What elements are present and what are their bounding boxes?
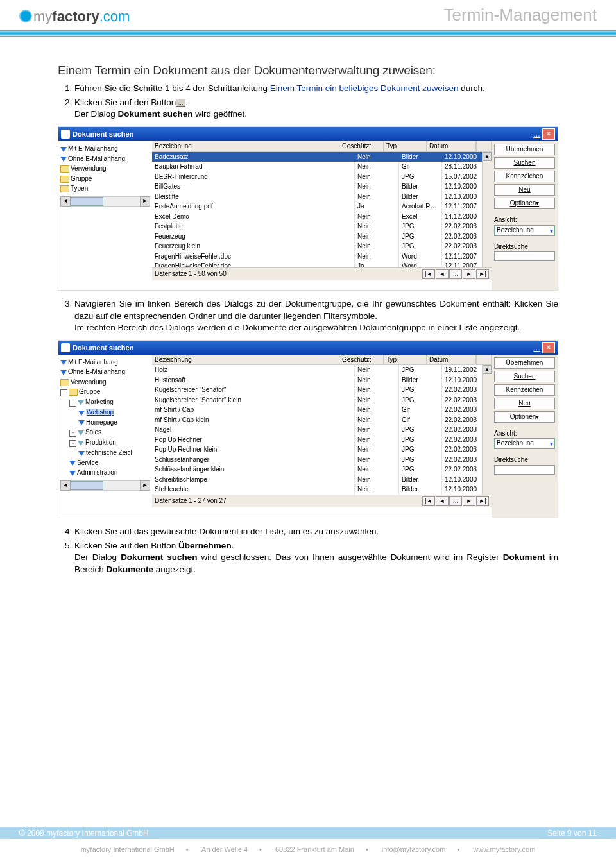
link-assign-any-document[interactable]: Einem Termin ein beliebiges Dokument zuw…: [270, 83, 459, 93]
tree-item[interactable]: -Produktion: [60, 437, 150, 448]
col-name[interactable]: Bezeichnung: [152, 141, 339, 151]
tree-item[interactable]: Homepage: [60, 418, 150, 428]
col-type[interactable]: Typ: [384, 141, 427, 151]
view-select[interactable]: Bezeichnung: [494, 225, 555, 236]
table-row[interactable]: TasseNeinJPG22.02.2003: [152, 495, 492, 495]
tree-item[interactable]: +Sales: [60, 427, 150, 437]
table-row[interactable]: Schlüsselanhänger kleinNeinJPG22.02.2003: [152, 464, 492, 475]
directsearch-input[interactable]: [494, 465, 555, 475]
table-row[interactable]: Pop Up Rechner kleinNeinJPG22.02.2003: [152, 445, 492, 455]
pager-last[interactable]: ►|: [476, 496, 489, 506]
tree-item[interactable]: Webshop: [60, 407, 150, 418]
search-button[interactable]: Suchen: [494, 371, 555, 382]
table-row[interactable]: Kugelschreiber "Senator" kleinNeinJPG22.…: [152, 395, 492, 405]
tree-item[interactable]: Gruppe: [60, 174, 150, 184]
table-row[interactable]: BESR-HintergrundNeinJPG15.07.2002: [152, 172, 492, 182]
table-row[interactable]: FragenHinweiseFehler.docJaWord12.11.2007: [152, 261, 492, 267]
pager-prev[interactable]: ◄: [436, 496, 449, 506]
table-row[interactable]: Feuerzeug kleinNeinJPG22.02.2003: [152, 241, 492, 251]
tree-panel: Mit E-MailanhangOhne E-MailanhangVerwend…: [58, 355, 152, 518]
search-button[interactable]: Suchen: [494, 157, 555, 169]
tree-item[interactable]: Mit E-Mailanhang: [60, 357, 150, 368]
tree-item[interactable]: Verwendung: [60, 164, 150, 174]
col-protected[interactable]: Geschützt: [339, 355, 384, 365]
table-row[interactable]: SchlüsselanhängerNeinJPG22.02.2003: [152, 455, 492, 465]
table-row[interactable]: Kugelschreiber "Senator"NeinJPG22.02.200…: [152, 385, 492, 395]
tags-button[interactable]: Kennzeichen: [494, 171, 555, 182]
table-row[interactable]: BleistifteNeinBilder12.10.2000: [152, 192, 492, 202]
apply-button[interactable]: Übernehmen: [494, 144, 555, 155]
view-select[interactable]: Bezeichnung: [494, 438, 555, 449]
close-icon[interactable]: ×: [542, 128, 555, 140]
table-row[interactable]: FragenHinweiseFehler.docNeinWord12.11.20…: [152, 251, 492, 262]
tree-item[interactable]: Typen: [60, 183, 150, 194]
view-label: Ansicht:: [494, 429, 555, 438]
logo-ball-icon: [19, 10, 32, 22]
tree-item[interactable]: -Marketing: [60, 397, 150, 407]
apply-button[interactable]: Übernehmen: [494, 357, 555, 369]
pager-page[interactable]: …: [449, 269, 462, 279]
record-count: Datensätze 1 - 27 von 27: [155, 496, 227, 506]
table-row[interactable]: SchreibtischlampeNeinBilder12.10.2000: [152, 475, 492, 485]
col-date[interactable]: Datum: [427, 141, 476, 151]
table-row[interactable]: HustensaftNeinBilder12.10.2000: [152, 375, 492, 386]
step-4: Klicken Sie auf das gewünschte Dokument …: [74, 526, 558, 538]
grid-scrollbar[interactable]: ▲: [482, 365, 492, 495]
table-row[interactable]: Excel DemoNeinExcel14.12.2000: [152, 212, 492, 222]
tree-scrollbar[interactable]: ◄►: [60, 196, 150, 207]
tags-button[interactable]: Kennzeichen: [494, 384, 555, 396]
tree-item[interactable]: -Gruppe: [60, 387, 150, 397]
steps-list-final: Klicken Sie auf das gewünschte Dokument …: [58, 526, 558, 575]
directsearch-input[interactable]: [494, 251, 555, 261]
table-row[interactable]: mf Shirt / CapNeinGif22.02.2003: [152, 405, 492, 415]
tree-item[interactable]: Ohne E-Mailanhang: [60, 154, 150, 164]
options-button[interactable]: Optionen▾: [494, 411, 555, 423]
table-row[interactable]: FeuerzeugNeinJPG22.02.2003: [152, 232, 492, 242]
close-icon[interactable]: ×: [542, 342, 555, 353]
pager-first[interactable]: |◄: [422, 269, 435, 279]
col-protected[interactable]: Geschützt: [339, 141, 384, 151]
header-divider: [0, 30, 616, 37]
pager-next[interactable]: ►: [463, 496, 475, 506]
table-row[interactable]: BadezusatzNeinBilder12.10.2000: [152, 152, 492, 162]
table-row[interactable]: FestplatteNeinJPG22.02.2003: [152, 221, 492, 232]
titlebar-ellipsis[interactable]: …: [533, 343, 540, 353]
new-button[interactable]: Neu: [494, 184, 555, 196]
table-row[interactable]: Pop Up RechnerNeinJPG22.02.2003: [152, 435, 492, 445]
tree-item[interactable]: Ohne E-Mailanhang: [60, 367, 150, 377]
pager-next[interactable]: ►: [463, 269, 475, 279]
table-row[interactable]: NagelNeinJPG22.02.2003: [152, 425, 492, 435]
action-sidebar: Übernehmen Suchen Kennzeichen Neu Option…: [492, 355, 558, 518]
tree-item[interactable]: Mit E-Mailanhang: [60, 144, 150, 154]
pager-first[interactable]: |◄: [422, 496, 435, 506]
pager: |◄ ◄ … ► ►|: [422, 269, 489, 279]
new-button[interactable]: Neu: [494, 398, 555, 409]
grid-scrollbar[interactable]: ▲: [482, 152, 492, 267]
tree-item[interactable]: Service: [60, 458, 150, 468]
table-row[interactable]: ErsteAnmeldung.pdfJaAcrobat Reader12.11.…: [152, 201, 492, 212]
tree-item[interactable]: Verwendung: [60, 377, 150, 387]
grid-header: Bezeichnung Geschützt Typ Datum: [152, 355, 492, 366]
funnel-icon: [78, 420, 85, 425]
table-row[interactable]: StehleuchteNeinBilder12.10.2000: [152, 484, 492, 495]
grid: Bezeichnung Geschützt Typ Datum HolzNein…: [152, 355, 492, 518]
titlebar-ellipsis[interactable]: …: [533, 130, 540, 139]
browse-icon: …: [176, 99, 185, 107]
pager-prev[interactable]: ◄: [436, 269, 449, 279]
funnel-group-icon: [78, 441, 84, 446]
table-row[interactable]: BillGatesNeinBilder12.10.2000: [152, 182, 492, 192]
col-date[interactable]: Datum: [427, 355, 476, 365]
tree-item[interactable]: technische Zeicl: [60, 448, 150, 458]
tree-scrollbar[interactable]: ◄►: [60, 480, 150, 491]
table-row[interactable]: Bauplan FahrradNeinGif28.11.2003: [152, 162, 492, 172]
col-type[interactable]: Typ: [384, 355, 427, 365]
steps-list: Führen Sie die Schritte 1 bis 4 der Schr…: [58, 83, 558, 121]
pager-page[interactable]: …: [449, 496, 462, 506]
pager-last[interactable]: ►|: [476, 269, 489, 279]
tree-item[interactable]: Administration: [60, 468, 150, 478]
funnel-icon: [78, 411, 85, 416]
table-row[interactable]: mf Shirt / Cap kleinNeinGif22.02.2003: [152, 415, 492, 425]
options-button[interactable]: Optionen▾: [494, 198, 555, 209]
table-row[interactable]: HolzNeinJPG19.11.2002: [152, 365, 492, 375]
col-name[interactable]: Bezeichnung: [152, 355, 339, 365]
